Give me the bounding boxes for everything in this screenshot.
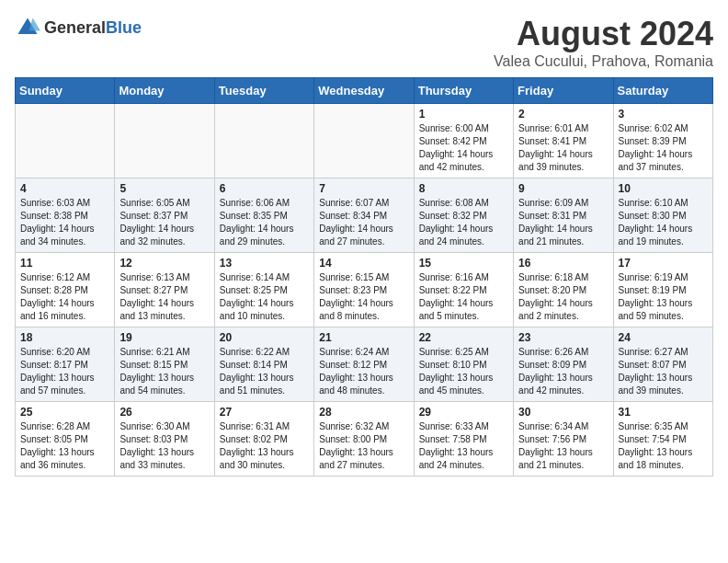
calendar-cell: 16Sunrise: 6:18 AM Sunset: 8:20 PM Dayli… — [514, 253, 613, 327]
weekday-header-row: SundayMondayTuesdayWednesdayThursdayFrid… — [16, 78, 713, 104]
day-number: 20 — [220, 331, 309, 344]
day-info: Sunrise: 6:30 AM Sunset: 8:03 PM Dayligh… — [119, 420, 209, 472]
day-info: Sunrise: 6:07 AM Sunset: 8:34 PM Dayligh… — [319, 197, 408, 248]
day-info: Sunrise: 6:26 AM Sunset: 8:09 PM Dayligh… — [518, 346, 608, 397]
day-info: Sunrise: 6:24 AM Sunset: 8:12 PM Dayligh… — [319, 346, 408, 397]
day-number: 16 — [518, 257, 608, 270]
calendar-cell: 5Sunrise: 6:05 AM Sunset: 8:37 PM Daylig… — [115, 178, 214, 253]
day-number: 29 — [419, 406, 508, 419]
day-number: 4 — [20, 182, 109, 195]
day-number: 11 — [20, 257, 109, 270]
weekday-header-sunday: Sunday — [16, 78, 115, 104]
calendar-cell: 17Sunrise: 6:19 AM Sunset: 8:19 PM Dayli… — [613, 253, 712, 327]
day-number: 14 — [319, 257, 408, 270]
logo-blue: Blue — [106, 18, 142, 37]
weekday-header-wednesday: Wednesday — [314, 78, 414, 104]
calendar-cell: 14Sunrise: 6:15 AM Sunset: 8:23 PM Dayli… — [314, 253, 414, 327]
calendar-cell: 7Sunrise: 6:07 AM Sunset: 8:34 PM Daylig… — [314, 178, 414, 253]
calendar-week-1: 1Sunrise: 6:00 AM Sunset: 8:42 PM Daylig… — [16, 104, 713, 178]
day-number: 21 — [319, 331, 408, 344]
day-info: Sunrise: 6:33 AM Sunset: 7:58 PM Dayligh… — [419, 420, 508, 472]
calendar-cell: 28Sunrise: 6:32 AM Sunset: 8:00 PM Dayli… — [314, 402, 414, 477]
logo-general: General — [44, 18, 106, 37]
calendar-cell: 6Sunrise: 6:06 AM Sunset: 8:35 PM Daylig… — [214, 178, 313, 253]
day-number: 24 — [619, 331, 708, 344]
day-number: 31 — [619, 406, 708, 419]
day-number: 6 — [220, 182, 309, 195]
day-info: Sunrise: 6:16 AM Sunset: 8:22 PM Dayligh… — [419, 271, 508, 323]
calendar-cell: 9Sunrise: 6:09 AM Sunset: 8:31 PM Daylig… — [514, 178, 613, 253]
calendar-cell — [115, 104, 214, 178]
logo: GeneralBlue — [15, 15, 142, 40]
day-number: 22 — [419, 331, 508, 344]
logo-icon — [15, 15, 40, 40]
day-info: Sunrise: 6:35 AM Sunset: 7:54 PM Dayligh… — [619, 420, 708, 472]
calendar-cell: 30Sunrise: 6:34 AM Sunset: 7:56 PM Dayli… — [514, 402, 613, 477]
calendar-cell: 19Sunrise: 6:21 AM Sunset: 8:15 PM Dayli… — [115, 327, 214, 402]
day-info: Sunrise: 6:19 AM Sunset: 8:19 PM Dayligh… — [619, 271, 708, 323]
day-info: Sunrise: 6:09 AM Sunset: 8:31 PM Dayligh… — [518, 197, 608, 248]
day-info: Sunrise: 6:05 AM Sunset: 8:37 PM Dayligh… — [119, 197, 209, 248]
day-number: 7 — [319, 182, 408, 195]
calendar-cell: 3Sunrise: 6:02 AM Sunset: 8:39 PM Daylig… — [613, 104, 712, 178]
calendar-cell: 25Sunrise: 6:28 AM Sunset: 8:05 PM Dayli… — [16, 402, 115, 477]
day-number: 3 — [619, 108, 708, 121]
day-info: Sunrise: 6:27 AM Sunset: 8:07 PM Dayligh… — [619, 346, 708, 397]
calendar-cell: 26Sunrise: 6:30 AM Sunset: 8:03 PM Dayli… — [115, 402, 214, 477]
month-year-title: August 2024 — [494, 15, 713, 53]
day-info: Sunrise: 6:13 AM Sunset: 8:27 PM Dayligh… — [119, 271, 209, 323]
calendar-cell — [314, 104, 414, 178]
day-info: Sunrise: 6:10 AM Sunset: 8:30 PM Dayligh… — [619, 197, 708, 248]
day-number: 12 — [119, 257, 209, 270]
day-number: 1 — [419, 108, 508, 121]
logo-text: GeneralBlue — [44, 18, 142, 38]
day-info: Sunrise: 6:28 AM Sunset: 8:05 PM Dayligh… — [20, 420, 109, 472]
day-info: Sunrise: 6:14 AM Sunset: 8:25 PM Dayligh… — [220, 271, 309, 323]
day-number: 13 — [220, 257, 309, 270]
day-number: 5 — [119, 182, 209, 195]
day-info: Sunrise: 6:02 AM Sunset: 8:39 PM Dayligh… — [619, 122, 708, 174]
calendar-cell: 21Sunrise: 6:24 AM Sunset: 8:12 PM Dayli… — [314, 327, 414, 402]
calendar-cell: 11Sunrise: 6:12 AM Sunset: 8:28 PM Dayli… — [16, 253, 115, 327]
day-number: 25 — [20, 406, 109, 419]
title-block: August 2024 Valea Cucului, Prahova, Roma… — [494, 15, 713, 70]
day-info: Sunrise: 6:25 AM Sunset: 8:10 PM Dayligh… — [419, 346, 508, 397]
weekday-header-friday: Friday — [514, 78, 613, 104]
weekday-header-monday: Monday — [115, 78, 214, 104]
day-info: Sunrise: 6:06 AM Sunset: 8:35 PM Dayligh… — [220, 197, 309, 248]
day-info: Sunrise: 6:15 AM Sunset: 8:23 PM Dayligh… — [319, 271, 408, 323]
calendar-cell: 31Sunrise: 6:35 AM Sunset: 7:54 PM Dayli… — [613, 402, 712, 477]
day-info: Sunrise: 6:18 AM Sunset: 8:20 PM Dayligh… — [518, 271, 608, 323]
calendar-week-4: 18Sunrise: 6:20 AM Sunset: 8:17 PM Dayli… — [16, 327, 713, 402]
calendar-cell: 13Sunrise: 6:14 AM Sunset: 8:25 PM Dayli… — [214, 253, 313, 327]
day-number: 8 — [419, 182, 508, 195]
calendar-cell: 12Sunrise: 6:13 AM Sunset: 8:27 PM Dayli… — [115, 253, 214, 327]
day-info: Sunrise: 6:08 AM Sunset: 8:32 PM Dayligh… — [419, 197, 508, 248]
location-subtitle: Valea Cucului, Prahova, Romania — [494, 53, 713, 70]
calendar-cell — [214, 104, 313, 178]
calendar-cell: 8Sunrise: 6:08 AM Sunset: 8:32 PM Daylig… — [414, 178, 513, 253]
day-number: 15 — [419, 257, 508, 270]
day-info: Sunrise: 6:00 AM Sunset: 8:42 PM Dayligh… — [419, 122, 508, 174]
day-number: 27 — [220, 406, 309, 419]
day-info: Sunrise: 6:32 AM Sunset: 8:00 PM Dayligh… — [319, 420, 408, 472]
calendar-week-5: 25Sunrise: 6:28 AM Sunset: 8:05 PM Dayli… — [16, 402, 713, 477]
calendar-cell — [16, 104, 115, 178]
day-number: 2 — [518, 108, 608, 121]
day-number: 17 — [619, 257, 708, 270]
calendar-cell: 23Sunrise: 6:26 AM Sunset: 8:09 PM Dayli… — [514, 327, 613, 402]
day-info: Sunrise: 6:22 AM Sunset: 8:14 PM Dayligh… — [220, 346, 309, 397]
day-info: Sunrise: 6:20 AM Sunset: 8:17 PM Dayligh… — [20, 346, 109, 397]
calendar-cell: 4Sunrise: 6:03 AM Sunset: 8:38 PM Daylig… — [16, 178, 115, 253]
calendar-cell: 2Sunrise: 6:01 AM Sunset: 8:41 PM Daylig… — [514, 104, 613, 178]
weekday-header-saturday: Saturday — [613, 78, 712, 104]
weekday-header-thursday: Thursday — [414, 78, 513, 104]
day-number: 9 — [518, 182, 608, 195]
day-info: Sunrise: 6:31 AM Sunset: 8:02 PM Dayligh… — [220, 420, 309, 472]
day-info: Sunrise: 6:34 AM Sunset: 7:56 PM Dayligh… — [518, 420, 608, 472]
day-number: 19 — [119, 331, 209, 344]
calendar-cell: 29Sunrise: 6:33 AM Sunset: 7:58 PM Dayli… — [414, 402, 513, 477]
day-info: Sunrise: 6:01 AM Sunset: 8:41 PM Dayligh… — [518, 122, 608, 174]
calendar-cell: 18Sunrise: 6:20 AM Sunset: 8:17 PM Dayli… — [16, 327, 115, 402]
calendar-cell: 24Sunrise: 6:27 AM Sunset: 8:07 PM Dayli… — [613, 327, 712, 402]
